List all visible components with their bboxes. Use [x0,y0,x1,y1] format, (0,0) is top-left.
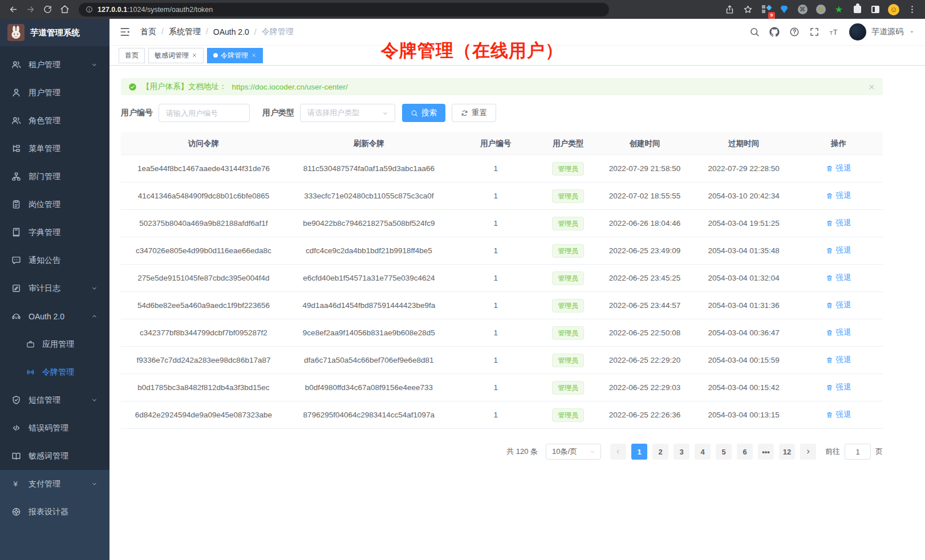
sidebar-item-label: 审计日志 [29,283,60,294]
force-logout-link[interactable]: 强退 [826,382,851,392]
user-type-select[interactable]: 请选择用户类型 [300,104,395,122]
puzzle-extension-icon [854,6,861,13]
user-type-badge: 管理员 [552,326,584,340]
tab-token[interactable]: 令牌管理 [207,48,263,63]
browser-reload-button[interactable] [39,1,56,18]
browser-home-button[interactable] [56,1,73,18]
extension-command-button[interactable]: ⌘ [794,1,811,18]
address-bar[interactable]: 127.0.0.1:1024/system/oauth2/token [79,3,609,17]
site-info-icon[interactable] [86,6,93,13]
sidebar-item-audit-log[interactable]: 审计日志 [0,274,109,302]
force-logout-link[interactable]: 强退 [826,300,851,310]
sidebar-item-dept[interactable]: 部门管理 [0,163,109,190]
sidebar-item-oauth2-token[interactable]: 令牌管理 [0,358,109,386]
header-search-button[interactable] [749,27,760,37]
sidebar-item-tenant[interactable]: 租户管理 [0,51,109,79]
close-tab-icon[interactable] [251,52,257,58]
sidebar-collapse-button[interactable] [119,26,131,38]
sidebar-item-oauth2[interactable]: OAuth 2.0 [0,302,109,330]
refresh-token-cell: cdfc4ce9c2da4bb1bdf21b9918ff4be5 [286,246,452,255]
page-ellipsis[interactable]: ••• [758,444,774,460]
page-button[interactable]: 2 [652,444,668,460]
extension-record-button[interactable] [812,1,829,18]
sidebar-item-pay[interactable]: ¥ 支付管理 [0,470,109,498]
page-size-select[interactable]: 10条/页 [546,444,601,460]
browser-forward-button[interactable] [22,1,39,18]
question-icon [789,27,800,37]
expire-time-cell: 2054-03-04 00:15:42 [693,383,794,392]
tab-sensitive-word[interactable]: 敏感词管理 [148,48,204,63]
tab-label: 令牌管理 [221,51,248,60]
sidebar-item-sensitive-word[interactable]: 敏感词管理 [0,442,109,470]
fullscreen-button[interactable] [809,27,819,37]
sidebar-item-post[interactable]: 岗位管理 [0,190,109,218]
force-logout-link[interactable]: 强退 [826,245,851,255]
sidebar-item-notice[interactable]: 通知公告 [0,246,109,274]
user-type-cell: 管理员 [540,299,597,313]
force-logout-link[interactable]: 强退 [826,163,851,173]
sidebar-item-error-code[interactable]: 错误码管理 [0,414,109,442]
breadcrumb-item[interactable]: 令牌管理 [262,27,294,37]
force-logout-link[interactable]: 强退 [826,273,851,283]
extension-gem-button[interactable] [776,1,793,18]
table-row: 54d6be82ee5a460a9aedc1f9bf223656 49d1aa4… [121,292,883,319]
force-logout-link[interactable]: 强退 [826,327,851,338]
next-page-button[interactable] [800,444,816,460]
browser-menu-button[interactable] [903,1,920,18]
force-logout-link[interactable]: 强退 [826,355,851,365]
page-button[interactable]: 5 [716,444,732,460]
github-button[interactable] [769,27,780,37]
trash-icon [826,247,833,254]
page-button[interactable]: 6 [737,444,753,460]
sidebar-item-oauth2-app[interactable]: 应用管理 [0,330,109,358]
sidebar-item-menu[interactable]: 菜单管理 [0,135,109,163]
font-size-button[interactable]: TT [829,27,839,37]
access-token-cell: 502375b8040a469a9b82188afdf6af1f [121,219,286,228]
sidebar-item-label: 报表设计器 [29,507,68,517]
browser-profile-button[interactable]: ☺ [885,1,902,18]
extension-puzzle-button[interactable] [849,1,866,18]
sidebar-item-sms[interactable]: 短信管理 [0,386,109,414]
sidebar-item-report-designer[interactable]: 报表设计器 [0,498,109,526]
bookmark-button[interactable] [739,1,756,18]
force-logout-link[interactable]: 强退 [826,218,851,228]
close-tab-icon[interactable] [192,52,197,58]
force-logout-link[interactable]: 强退 [826,190,851,201]
doc-link[interactable]: https://doc.iocoder.cn/user-center/ [232,83,348,91]
force-logout-link[interactable]: 强退 [826,409,851,420]
user-id-cell: 1 [452,164,540,173]
breadcrumb-item[interactable]: OAuth 2.0 [213,27,262,36]
book-icon [11,228,21,237]
help-button[interactable] [789,27,800,37]
search-button[interactable]: 搜索 [402,104,445,122]
extension-star-button[interactable]: ★ [830,1,847,18]
app-logo[interactable]: 芋道管理系统 [0,19,109,46]
sidebar-item-user[interactable]: 用户管理 [0,79,109,107]
breadcrumb-item[interactable]: 首页 [140,27,169,37]
page-button[interactable]: 1 [631,444,647,460]
user-menu[interactable]: 芋道源码 [849,23,915,40]
sidebar-item-dict[interactable]: 字典管理 [0,218,109,246]
extension-reader-button[interactable] [867,1,884,18]
page-button[interactable]: 3 [674,444,689,460]
table-header-cell: 创建时间 [597,139,693,149]
reset-button[interactable]: 重置 [452,104,496,122]
share-button[interactable] [721,1,738,18]
goto-page-input[interactable] [845,444,871,460]
alert-close-icon[interactable] [868,83,875,91]
extension-grid-button[interactable]: 9 [757,1,774,18]
table-row: c347026e805e4d99b0d116eae66eda8c cdfc4ce… [121,237,883,265]
sidebar-item-role[interactable]: 角色管理 [0,107,109,135]
robot-icon [11,311,21,321]
table-row: 41c41346a548490f9dc8b01c6bfe0865 333ecfc… [121,182,883,210]
chevron-down-icon [382,109,389,117]
prev-page-button[interactable] [610,444,626,460]
user-id-input[interactable] [159,104,250,122]
browser-back-button[interactable] [5,1,22,18]
page-button[interactable]: 4 [695,444,711,460]
page-button[interactable]: 12 [779,444,795,460]
tab-home[interactable]: 首页 [119,48,145,63]
breadcrumb-item[interactable]: 系统管理 [169,27,213,37]
refresh-token-cell: b0df4980ffd34c67a08f9156e4eee733 [286,383,452,392]
sidebar-item-label: 短信管理 [29,395,60,405]
